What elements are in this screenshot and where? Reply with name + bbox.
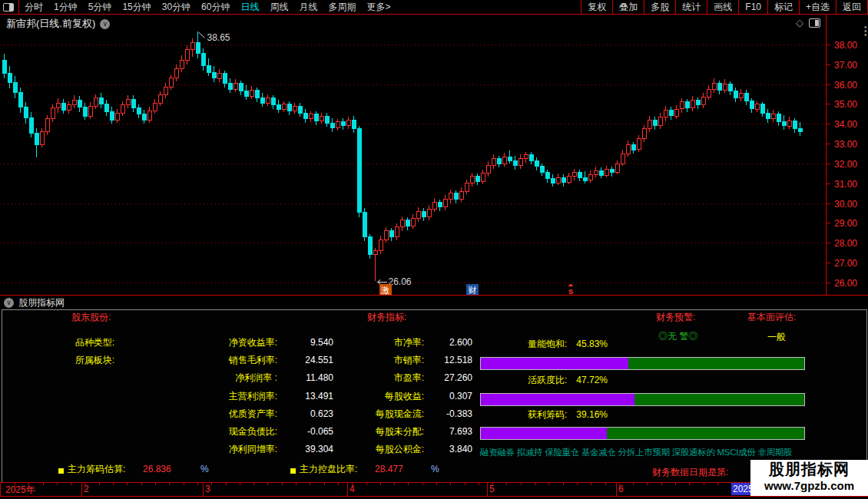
time-axis-label: 2 <box>84 484 89 494</box>
gauge-bar-fill <box>481 428 607 439</box>
draw-line-button[interactable]: 画线 <box>707 0 738 14</box>
minor-tick <box>84 483 85 485</box>
svg-text:36.00: 36.00 <box>834 80 857 91</box>
field-label: 现金负债比: <box>193 426 277 437</box>
evaluation-value: 一般 <box>767 332 786 342</box>
field-label: 市盈率: <box>336 372 424 383</box>
field-label: 每股收益: <box>336 391 424 402</box>
minor-tick <box>282 483 283 485</box>
scrollbar-dots[interactable]: ••• <box>864 25 867 37</box>
main-control-ratio-value: 28.477 <box>375 464 419 474</box>
time-axis-label: 5 <box>489 484 495 494</box>
add-watchlist-button[interactable]: +自选 <box>799 0 836 14</box>
minor-tick <box>605 483 606 485</box>
gauge-label: 获利筹码: <box>528 409 567 420</box>
period-tab-30min[interactable]: 30分钟 <box>157 1 196 14</box>
field-value: 39.304 <box>278 444 333 454</box>
multi-stock-button[interactable]: 多股 <box>644 0 675 14</box>
svg-text:37.00: 37.00 <box>834 60 857 71</box>
period-tab-60min[interactable]: 60分钟 <box>196 1 235 14</box>
indicator-panel-header: ∨ 股朋指标网 <box>0 296 868 309</box>
section-evaluation: 基本面评估: <box>747 312 796 322</box>
minor-tick <box>689 483 690 485</box>
concept-tags: 融资融券 拟减持 保险重仓 基金减仓 分拆上市预期 深股通标的 MSCI成份 非… <box>480 447 818 458</box>
minor-tick <box>267 483 268 485</box>
minor-tick <box>57 483 58 485</box>
month-separator <box>347 483 348 496</box>
watermark-site-name: 股朋指标网 <box>750 460 868 479</box>
section-warning: 财务预警: <box>656 312 695 322</box>
gauge-bar-activity <box>480 393 805 406</box>
field-value: 9.540 <box>278 337 333 348</box>
period-tab-multi[interactable]: 多周期 <box>323 1 361 14</box>
back-button[interactable]: 返回 <box>836 0 868 14</box>
svg-text:s: s <box>568 286 573 295</box>
gauge-label: 活跃度比: <box>528 375 567 385</box>
field-value: 7.693 <box>417 426 472 437</box>
field-label: 净利同增率: <box>193 444 277 454</box>
field-label-type: 品种类型: <box>47 337 114 348</box>
time-axis-label: 4 <box>350 484 355 494</box>
candlestick-chart[interactable]: 38.0037.0036.0035.0034.0033.0032.0031.00… <box>0 15 868 295</box>
field-value: 24.551 <box>278 355 333 365</box>
main-control-ratio-label: 主力控盘比率: <box>300 464 357 474</box>
minor-tick <box>43 483 44 485</box>
period-tab-daily[interactable]: 日线 <box>235 1 264 14</box>
minor-tick <box>338 483 339 485</box>
field-value: -0.065 <box>278 426 333 437</box>
field-label: 每股现金流: <box>336 408 424 419</box>
stats-button[interactable]: 统计 <box>675 0 707 14</box>
minor-tick <box>127 483 128 485</box>
fuquan-button[interactable]: 复权 <box>581 0 612 14</box>
minor-tick <box>704 483 704 485</box>
minor-tick <box>563 483 564 485</box>
warning-text: 无 警 <box>668 331 688 342</box>
watermark-url: www.7gpzb.com <box>750 479 868 493</box>
svg-text:38.65: 38.65 <box>207 32 230 43</box>
minor-tick <box>296 483 297 485</box>
field-value: 0.307 <box>417 391 472 402</box>
minor-tick <box>436 483 437 485</box>
split-pane-icon[interactable] <box>809 18 820 28</box>
field-label-board: 所属板块: <box>47 355 114 365</box>
diamond-icon[interactable]: ◇ <box>796 18 803 28</box>
symbol-title: 新宙邦(日线.前复权) <box>6 17 95 31</box>
svg-text:32.00: 32.00 <box>834 159 857 170</box>
svg-text:38.00: 38.00 <box>834 40 857 51</box>
period-tab-monthly[interactable]: 月线 <box>293 1 323 14</box>
chevron-down-icon[interactable]: ∨ <box>100 19 110 29</box>
svg-text:35.00: 35.00 <box>834 99 857 110</box>
minor-tick <box>197 483 198 485</box>
period-tab-15min[interactable]: 15分钟 <box>117 1 156 14</box>
period-tab-weekly[interactable]: 周线 <box>264 1 293 14</box>
period-tab-1min[interactable]: 1分钟 <box>48 1 83 14</box>
minor-tick <box>675 483 676 485</box>
minor-tick <box>577 483 578 485</box>
minor-tick <box>394 483 395 485</box>
svg-text:33.00: 33.00 <box>834 139 857 150</box>
field-value: 13.491 <box>278 391 333 402</box>
field-label: 市净率: <box>336 337 424 348</box>
candlestick-svg[interactable]: 38.0037.0036.0035.0034.0033.0032.0031.00… <box>0 15 868 295</box>
time-axis[interactable]: 2025年234562025/ <box>0 482 868 497</box>
gauge-bar-fill <box>481 358 628 369</box>
panel-collapse-icon[interactable]: ∨ <box>4 298 14 308</box>
f10-button[interactable]: F10 <box>738 0 767 14</box>
month-separator <box>616 483 617 496</box>
svg-text:26.00: 26.00 <box>834 278 857 289</box>
overlay-button[interactable]: 叠加 <box>612 0 644 14</box>
minor-tick <box>521 483 522 485</box>
window-layout-button[interactable] <box>0 0 19 14</box>
chart-corner-icons: ◇ <box>796 18 820 28</box>
percent-sign: % <box>431 464 439 474</box>
period-tab-more[interactable]: 更多> <box>361 1 396 14</box>
field-label: 每股公积金: <box>336 444 424 454</box>
svg-text:31.00: 31.00 <box>834 179 857 190</box>
period-tab-fenshi[interactable]: 分时 <box>19 1 48 14</box>
field-label: 市销率: <box>336 355 424 365</box>
minor-tick <box>717 483 718 485</box>
field-value: 27.260 <box>417 372 472 383</box>
mark-button[interactable]: 标记 <box>767 0 799 14</box>
gauge-bar-fill <box>481 394 634 405</box>
period-tab-5min[interactable]: 5分钟 <box>83 1 118 14</box>
